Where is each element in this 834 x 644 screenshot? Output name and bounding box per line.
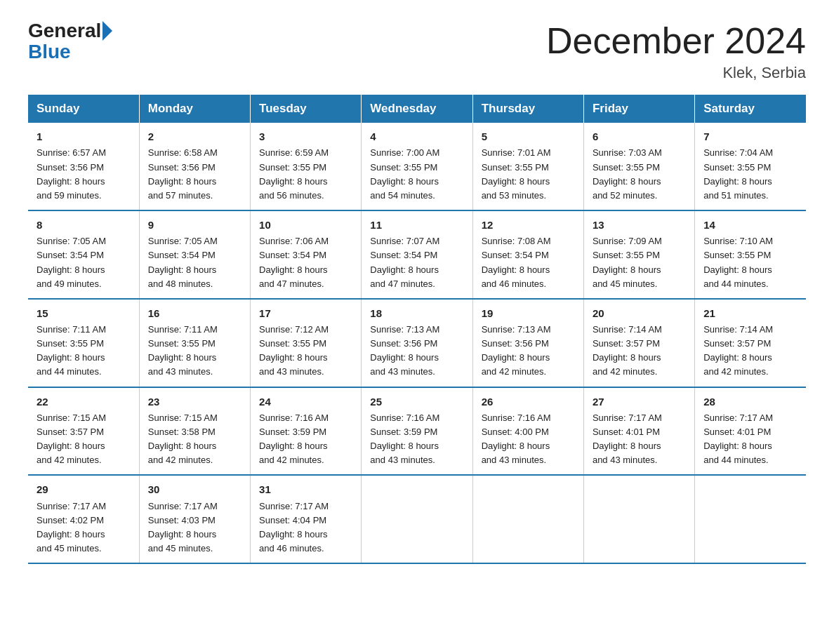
- day-number: 5: [482, 128, 576, 145]
- calendar-day-cell: 7Sunrise: 7:04 AM Sunset: 3:55 PM Daylig…: [695, 123, 806, 210]
- calendar-day-cell: 2Sunrise: 6:58 AM Sunset: 3:56 PM Daylig…: [139, 123, 250, 210]
- day-number: 15: [37, 305, 132, 321]
- day-number: 26: [482, 394, 576, 410]
- day-number: 1: [37, 128, 132, 145]
- day-number: 3: [259, 128, 354, 145]
- calendar-week-row: 8Sunrise: 7:05 AM Sunset: 3:54 PM Daylig…: [28, 210, 806, 299]
- day-number: 11: [370, 217, 465, 233]
- day-number: 19: [482, 305, 576, 321]
- page: General Blue December 2024 Klek, Serbia …: [0, 0, 834, 585]
- logo-general-text: General: [28, 21, 101, 41]
- day-info: Sunrise: 7:01 AM Sunset: 3:55 PM Dayligh…: [482, 146, 576, 203]
- calendar-day-cell: 1Sunrise: 6:57 AM Sunset: 3:56 PM Daylig…: [28, 123, 139, 210]
- day-number: 18: [370, 305, 465, 321]
- calendar-week-row: 22Sunrise: 7:15 AM Sunset: 3:57 PM Dayli…: [28, 387, 806, 476]
- header: General Blue December 2024 Klek, Serbia: [28, 21, 806, 82]
- day-info: Sunrise: 7:15 AM Sunset: 3:57 PM Dayligh…: [37, 411, 132, 468]
- day-info: Sunrise: 7:00 AM Sunset: 3:55 PM Dayligh…: [370, 146, 465, 203]
- calendar-day-cell: 22Sunrise: 7:15 AM Sunset: 3:57 PM Dayli…: [28, 387, 139, 476]
- day-number: 23: [148, 394, 243, 410]
- calendar-day-cell: 5Sunrise: 7:01 AM Sunset: 3:55 PM Daylig…: [472, 123, 583, 210]
- day-number: 10: [259, 217, 354, 233]
- day-number: 7: [703, 128, 799, 145]
- calendar-table: SundayMondayTuesdayWednesdayThursdayFrid…: [28, 95, 806, 564]
- calendar-day-cell: 17Sunrise: 7:12 AM Sunset: 3:55 PM Dayli…: [251, 299, 362, 387]
- day-number: 20: [593, 305, 687, 321]
- calendar-day-cell: 12Sunrise: 7:08 AM Sunset: 3:54 PM Dayli…: [472, 210, 583, 299]
- day-info: Sunrise: 7:17 AM Sunset: 4:03 PM Dayligh…: [148, 499, 243, 556]
- calendar-day-cell: 13Sunrise: 7:09 AM Sunset: 3:55 PM Dayli…: [583, 210, 694, 299]
- day-info: Sunrise: 7:08 AM Sunset: 3:54 PM Dayligh…: [482, 234, 576, 291]
- calendar-day-cell: 8Sunrise: 7:05 AM Sunset: 3:54 PM Daylig…: [28, 210, 139, 299]
- day-info: Sunrise: 6:58 AM Sunset: 3:56 PM Dayligh…: [148, 146, 243, 203]
- calendar-day-cell: 23Sunrise: 7:15 AM Sunset: 3:58 PM Dayli…: [139, 387, 250, 476]
- day-info: Sunrise: 7:16 AM Sunset: 3:59 PM Dayligh…: [370, 411, 465, 468]
- day-info: Sunrise: 7:05 AM Sunset: 3:54 PM Dayligh…: [37, 234, 132, 291]
- day-number: 29: [37, 481, 132, 497]
- day-number: 12: [482, 217, 576, 233]
- day-info: Sunrise: 7:03 AM Sunset: 3:55 PM Dayligh…: [593, 146, 687, 203]
- day-number: 25: [370, 394, 465, 410]
- calendar-day-cell: [472, 475, 583, 563]
- calendar-week-row: 1Sunrise: 6:57 AM Sunset: 3:56 PM Daylig…: [28, 123, 806, 210]
- day-info: Sunrise: 7:09 AM Sunset: 3:55 PM Dayligh…: [593, 234, 687, 291]
- calendar-day-cell: 6Sunrise: 7:03 AM Sunset: 3:55 PM Daylig…: [583, 123, 694, 210]
- day-info: Sunrise: 7:13 AM Sunset: 3:56 PM Dayligh…: [370, 323, 465, 380]
- calendar-day-cell: 3Sunrise: 6:59 AM Sunset: 3:55 PM Daylig…: [251, 123, 362, 210]
- day-number: 17: [259, 305, 354, 321]
- day-info: Sunrise: 7:11 AM Sunset: 3:55 PM Dayligh…: [148, 323, 243, 380]
- day-of-week-header: Friday: [583, 95, 694, 123]
- day-number: 30: [148, 481, 243, 497]
- logo: General Blue: [28, 21, 112, 63]
- day-of-week-header: Sunday: [28, 95, 139, 123]
- day-number: 16: [148, 305, 243, 321]
- calendar-day-cell: [695, 475, 806, 563]
- day-of-week-header: Thursday: [472, 95, 583, 123]
- day-info: Sunrise: 7:14 AM Sunset: 3:57 PM Dayligh…: [703, 323, 799, 380]
- day-number: 9: [148, 217, 243, 233]
- day-number: 24: [259, 394, 354, 410]
- day-info: Sunrise: 7:04 AM Sunset: 3:55 PM Dayligh…: [703, 146, 799, 203]
- day-number: 6: [593, 128, 687, 145]
- day-of-week-header: Tuesday: [251, 95, 362, 123]
- day-info: Sunrise: 7:17 AM Sunset: 4:02 PM Dayligh…: [37, 499, 132, 556]
- logo-blue-text: Blue: [28, 41, 71, 63]
- day-of-week-header: Wednesday: [362, 95, 472, 123]
- calendar-day-cell: 10Sunrise: 7:06 AM Sunset: 3:54 PM Dayli…: [251, 210, 362, 299]
- calendar-week-row: 15Sunrise: 7:11 AM Sunset: 3:55 PM Dayli…: [28, 299, 806, 387]
- day-number: 22: [37, 394, 132, 410]
- calendar-day-cell: [362, 475, 472, 563]
- calendar-day-cell: 18Sunrise: 7:13 AM Sunset: 3:56 PM Dayli…: [362, 299, 472, 387]
- day-info: Sunrise: 7:16 AM Sunset: 4:00 PM Dayligh…: [482, 411, 576, 468]
- calendar-header-row: SundayMondayTuesdayWednesdayThursdayFrid…: [28, 95, 806, 123]
- day-info: Sunrise: 7:11 AM Sunset: 3:55 PM Dayligh…: [37, 323, 132, 380]
- day-info: Sunrise: 7:17 AM Sunset: 4:01 PM Dayligh…: [593, 411, 687, 468]
- calendar-day-cell: 11Sunrise: 7:07 AM Sunset: 3:54 PM Dayli…: [362, 210, 472, 299]
- calendar-day-cell: 29Sunrise: 7:17 AM Sunset: 4:02 PM Dayli…: [28, 475, 139, 563]
- day-number: 27: [593, 394, 687, 410]
- calendar-day-cell: 31Sunrise: 7:17 AM Sunset: 4:04 PM Dayli…: [251, 475, 362, 563]
- day-info: Sunrise: 7:10 AM Sunset: 3:55 PM Dayligh…: [703, 234, 799, 291]
- day-info: Sunrise: 7:13 AM Sunset: 3:56 PM Dayligh…: [482, 323, 576, 380]
- day-info: Sunrise: 7:17 AM Sunset: 4:01 PM Dayligh…: [703, 411, 799, 468]
- day-info: Sunrise: 6:57 AM Sunset: 3:56 PM Dayligh…: [37, 146, 132, 203]
- calendar-day-cell: 9Sunrise: 7:05 AM Sunset: 3:54 PM Daylig…: [139, 210, 250, 299]
- day-info: Sunrise: 7:12 AM Sunset: 3:55 PM Dayligh…: [259, 323, 354, 380]
- calendar-day-cell: 15Sunrise: 7:11 AM Sunset: 3:55 PM Dayli…: [28, 299, 139, 387]
- day-info: Sunrise: 7:07 AM Sunset: 3:54 PM Dayligh…: [370, 234, 465, 291]
- calendar-day-cell: 26Sunrise: 7:16 AM Sunset: 4:00 PM Dayli…: [472, 387, 583, 476]
- day-info: Sunrise: 7:14 AM Sunset: 3:57 PM Dayligh…: [593, 323, 687, 380]
- calendar-day-cell: 21Sunrise: 7:14 AM Sunset: 3:57 PM Dayli…: [695, 299, 806, 387]
- day-info: Sunrise: 7:17 AM Sunset: 4:04 PM Dayligh…: [259, 499, 354, 556]
- day-info: Sunrise: 7:06 AM Sunset: 3:54 PM Dayligh…: [259, 234, 354, 291]
- calendar-day-cell: 14Sunrise: 7:10 AM Sunset: 3:55 PM Dayli…: [695, 210, 806, 299]
- day-of-week-header: Monday: [139, 95, 250, 123]
- day-of-week-header: Saturday: [695, 95, 806, 123]
- calendar-day-cell: 4Sunrise: 7:00 AM Sunset: 3:55 PM Daylig…: [362, 123, 472, 210]
- day-number: 8: [37, 217, 132, 233]
- day-number: 28: [703, 394, 799, 410]
- calendar-day-cell: [583, 475, 694, 563]
- day-number: 13: [593, 217, 687, 233]
- day-number: 4: [370, 128, 465, 145]
- calendar-day-cell: 19Sunrise: 7:13 AM Sunset: 3:56 PM Dayli…: [472, 299, 583, 387]
